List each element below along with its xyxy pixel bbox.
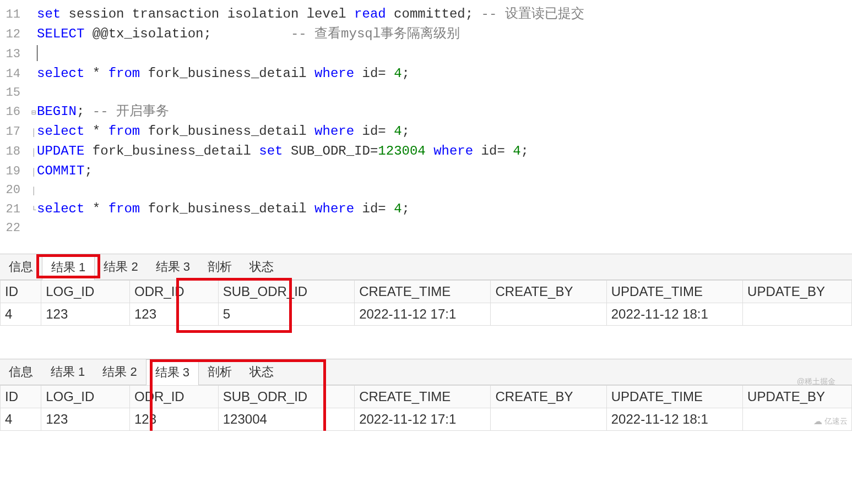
cell-SUB_ODR_ID[interactable]: 5 — [218, 303, 354, 326]
column-header-LOG_ID[interactable]: LOG_ID — [41, 386, 130, 408]
column-header-CREATE_BY[interactable]: CREATE_BY — [491, 386, 606, 408]
column-header-UPDATE_TIME[interactable]: UPDATE_TIME — [606, 281, 742, 303]
cell-LOG_ID[interactable]: 123 — [41, 303, 130, 326]
fold-marker: │ — [30, 167, 37, 178]
tab-状态[interactable]: 状态 — [241, 254, 283, 280]
code-line[interactable]: 11 set session transaction isolation lev… — [0, 4, 852, 24]
column-header-SUB_ODR_ID[interactable]: SUB_ODR_ID — [218, 386, 354, 408]
column-header-CREATE_TIME[interactable]: CREATE_TIME — [355, 281, 491, 303]
watermark-juejin: @稀土掘金 — [797, 377, 835, 387]
fold-marker[interactable]: ⊟ — [30, 107, 37, 119]
column-header-SUB_ODR_ID[interactable]: SUB_ODR_ID — [218, 281, 354, 303]
tab-剖析[interactable]: 剖析 — [199, 254, 241, 280]
line-number: 11 — [0, 6, 30, 24]
line-number: 12 — [0, 25, 30, 43]
code-line[interactable]: 19│COMMIT; — [0, 161, 852, 181]
cell-ODR_ID[interactable]: 123 — [129, 408, 218, 431]
line-number: 20 — [0, 181, 30, 199]
tab-结果 2[interactable]: 结果 2 — [94, 359, 145, 385]
result-tabs-2: 信息结果 1结果 2结果 3剖析状态 — [0, 359, 852, 385]
tab-结果 1[interactable]: 结果 1 — [42, 254, 95, 280]
code-content[interactable]: select * from fork_business_detail where… — [37, 122, 852, 141]
code-line[interactable]: 21└select * from fork_business_detail wh… — [0, 199, 852, 219]
code-content[interactable]: COMMIT; — [37, 161, 852, 181]
code-line[interactable]: 16⊟BEGIN; -- 开启事务 — [0, 102, 852, 122]
cell-CREATE_TIME[interactable]: 2022-11-12 17:1 — [355, 303, 491, 326]
line-number: 13 — [0, 45, 30, 63]
column-header-CREATE_TIME[interactable]: CREATE_TIME — [355, 386, 491, 408]
code-line[interactable]: 17│select * from fork_business_detail wh… — [0, 122, 852, 141]
cell-LOG_ID[interactable]: 123 — [41, 408, 130, 431]
cell-UPDATE_TIME[interactable]: 2022-11-12 18:1 — [606, 408, 742, 431]
line-number: 15 — [0, 84, 30, 102]
cell-ID[interactable]: 4 — [1, 408, 41, 431]
cloud-icon: ☁ — [813, 416, 822, 426]
result-panel-2: 信息结果 1结果 2结果 3剖析状态 IDLOG_IDODR_IDSUB_ODR… — [0, 359, 852, 431]
cell-ID[interactable]: 4 — [1, 303, 41, 326]
line-number: 19 — [0, 162, 30, 180]
line-number: 16 — [0, 103, 30, 121]
tab-结果 3[interactable]: 结果 3 — [146, 359, 199, 385]
code-content[interactable]: UPDATE fork_business_detail set SUB_ODR_… — [37, 141, 852, 161]
code-line[interactable]: 20│ — [0, 181, 852, 199]
result-table-2: IDLOG_IDODR_IDSUB_ODR_IDCREATE_TIMECREAT… — [0, 385, 852, 431]
column-header-ID[interactable]: ID — [1, 281, 41, 303]
code-line[interactable]: 12 SELECT @@tx_isolation; -- 查看mysql事务隔离… — [0, 24, 852, 44]
column-header-LOG_ID[interactable]: LOG_ID — [41, 281, 130, 303]
text-cursor — [37, 45, 37, 61]
cell-SUB_ODR_ID[interactable]: 123004 — [218, 408, 354, 431]
tab-信息[interactable]: 信息 — [0, 359, 42, 385]
tab-状态[interactable]: 状态 — [241, 359, 283, 385]
fold-marker: │ — [30, 147, 37, 158]
table-row[interactable]: 41231231230042022-11-12 17:12022-11-12 1… — [1, 408, 852, 431]
sql-editor[interactable]: 11 set session transaction isolation lev… — [0, 0, 852, 242]
column-header-CREATE_BY[interactable]: CREATE_BY — [491, 281, 606, 303]
fold-marker: │ — [30, 127, 37, 139]
code-content[interactable]: BEGIN; -- 开启事务 — [37, 102, 852, 122]
code-content[interactable]: select * from fork_business_detail where… — [37, 199, 852, 219]
tab-结果 3[interactable]: 结果 3 — [147, 254, 199, 280]
line-number: 21 — [0, 200, 30, 218]
tab-剖析[interactable]: 剖析 — [199, 359, 241, 385]
line-number: 22 — [0, 219, 30, 237]
cell-CREATE_BY[interactable] — [491, 303, 606, 326]
table-row[interactable]: 412312352022-11-12 17:12022-11-12 18:1 — [1, 303, 852, 326]
code-line[interactable]: 18│UPDATE fork_business_detail set SUB_O… — [0, 141, 852, 161]
cell-CREATE_TIME[interactable]: 2022-11-12 17:1 — [355, 408, 491, 431]
cell-ODR_ID[interactable]: 123 — [129, 303, 218, 326]
column-header-ODR_ID[interactable]: ODR_ID — [129, 386, 218, 408]
tab-结果 1[interactable]: 结果 1 — [42, 359, 94, 385]
result-table-1: IDLOG_IDODR_IDSUB_ODR_IDCREATE_TIMECREAT… — [0, 280, 852, 326]
line-number: 17 — [0, 123, 30, 141]
line-number: 18 — [0, 143, 30, 161]
tab-信息[interactable]: 信息 — [0, 254, 42, 280]
column-header-ODR_ID[interactable]: ODR_ID — [129, 281, 218, 303]
column-header-UPDATE_BY[interactable]: UPDATE_BY — [743, 281, 852, 303]
watermark-yisu-text: 亿速云 — [824, 417, 848, 426]
result-panel-1: 信息结果 1结果 2结果 3剖析状态 IDLOG_IDODR_IDSUB_ODR… — [0, 254, 852, 326]
cell-UPDATE_BY[interactable] — [743, 303, 852, 326]
watermark-yisu: ☁ 亿速云 — [813, 416, 848, 426]
tab-结果 2[interactable]: 结果 2 — [95, 254, 146, 280]
column-header-UPDATE_TIME[interactable]: UPDATE_TIME — [606, 386, 742, 408]
cell-UPDATE_TIME[interactable]: 2022-11-12 18:1 — [606, 303, 742, 326]
result-tabs-1: 信息结果 1结果 2结果 3剖析状态 — [0, 254, 852, 280]
code-content[interactable]: select * from fork_business_detail where… — [37, 64, 852, 84]
code-content[interactable]: set session transaction isolation level … — [37, 4, 852, 24]
code-content[interactable] — [37, 44, 852, 64]
code-line[interactable]: 14 select * from fork_business_detail wh… — [0, 64, 852, 84]
fold-marker: └ — [30, 205, 37, 216]
cell-CREATE_BY[interactable] — [491, 408, 606, 431]
column-header-ID[interactable]: ID — [1, 386, 41, 408]
code-content[interactable]: SELECT @@tx_isolation; -- 查看mysql事务隔离级别 — [37, 24, 852, 44]
line-number: 14 — [0, 65, 30, 83]
column-header-UPDATE_BY[interactable]: UPDATE_BY — [743, 386, 852, 408]
code-line[interactable]: 15 — [0, 84, 852, 102]
code-line[interactable]: 13 — [0, 44, 852, 64]
fold-marker: │ — [30, 185, 37, 197]
code-line[interactable]: 22 — [0, 219, 852, 237]
